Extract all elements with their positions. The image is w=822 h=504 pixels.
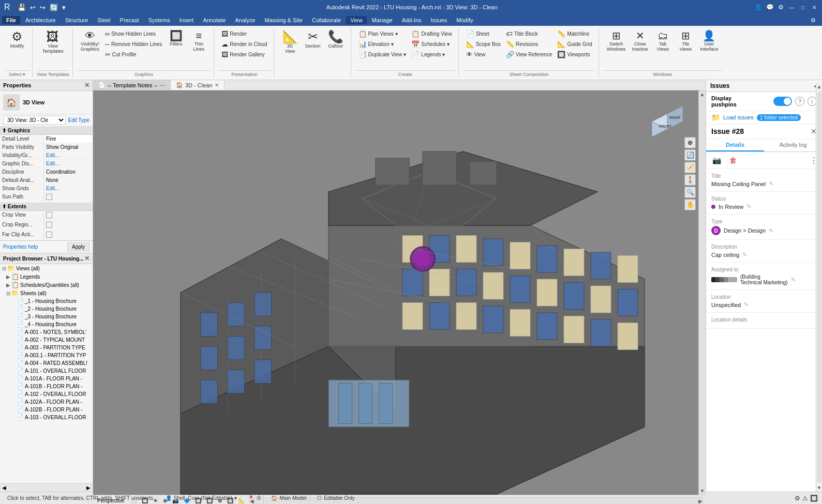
menu-systems[interactable]: Systems — [144, 16, 174, 24]
menu-architecture[interactable]: Architecture — [21, 16, 60, 24]
render-cloud-button[interactable]: ☁ Render in Cloud — [219, 39, 269, 49]
scroll-right-arrow[interactable]: ▶ — [697, 497, 704, 505]
menu-massing[interactable]: Massing & Site — [261, 16, 307, 24]
view-button[interactable]: 👁 View — [464, 50, 503, 59]
status-warnings-icon[interactable]: ⚠ — [802, 495, 808, 502]
tab-views-button[interactable]: 🗂 TabViews — [652, 29, 674, 53]
browser-scroll-right[interactable]: ▶ — [86, 485, 91, 491]
viewports-button[interactable]: 🔲 Viewports — [555, 50, 594, 59]
browser-item-a002[interactable]: ▶ 📄 A-002 - TYPICAL MOUNT — [0, 336, 93, 344]
sun-path-checkbox[interactable] — [46, 194, 52, 200]
filters-button[interactable]: 🔲 Filters — [165, 29, 187, 48]
scroll-down-arrow[interactable]: ▼ — [699, 487, 706, 495]
tab-template-notes-close[interactable]: — — [160, 82, 165, 88]
tab-template-notes[interactable]: 📄 -- Template Notes -- — — [93, 80, 171, 90]
browser-item-a102b[interactable]: ▶ 📄 A-102B - FLOOR PLAN - — [0, 406, 93, 414]
issues-vertical-scrollbar[interactable]: ▲ ▼ — [816, 83, 822, 492]
cut-profile-button[interactable]: ✂ Cut Profile — [103, 50, 165, 59]
viewport-vertical-scrollbar[interactable]: ▲ ▼ — [698, 90, 706, 495]
sheet-button[interactable]: 📄 Sheet — [464, 29, 503, 39]
title-block-button[interactable]: 🏷 Title Block — [504, 29, 554, 39]
revisions-button[interactable]: 📏 Revisions — [504, 39, 554, 49]
load-issues-button[interactable]: Load issues — [723, 114, 754, 120]
maximize-button[interactable]: □ — [799, 4, 806, 11]
browser-item-a101b[interactable]: ▶ 📄 A-101B - FLOOR PLAN - — [0, 383, 93, 390]
menu-collaborate[interactable]: Collaborate — [308, 16, 345, 24]
properties-help-link[interactable]: Properties help — [3, 244, 38, 250]
menu-modify[interactable]: Modify — [452, 16, 477, 24]
browser-scroll-left[interactable]: ◀ — [2, 485, 6, 491]
help-icon[interactable]: ? — [795, 97, 804, 106]
switch-windows-button[interactable]: ⊞ SwitchWindows — [604, 29, 629, 53]
title-edit-icon[interactable]: ✎ — [769, 180, 773, 187]
far-clip-checkbox[interactable] — [46, 232, 52, 238]
menu-precast[interactable]: Precast — [115, 16, 143, 24]
issues-scroll-down[interactable]: ▼ — [816, 484, 822, 492]
status-worksets-icon[interactable]: 🔲 — [810, 495, 818, 502]
menu-issues[interactable]: Issues — [427, 16, 452, 24]
thin-lines-button[interactable]: ≡ ThinLines — [188, 29, 210, 53]
guide-grid-button[interactable]: 📐 Guide Grid — [555, 39, 594, 49]
menu-contextual[interactable]: ⚙ — [806, 16, 820, 25]
browser-item-schedules[interactable]: ▶ 📋 Schedules/Quantities (all) — [0, 281, 93, 289]
schedules-button[interactable]: 📅 Schedules ▾ — [409, 39, 454, 49]
browser-close-button[interactable]: ✕ — [84, 255, 89, 262]
menu-steel[interactable]: Steel — [93, 16, 114, 24]
elevation-button[interactable]: 📊 Elevation ▾ — [356, 39, 409, 49]
crop-region-checkbox[interactable] — [46, 222, 52, 228]
browser-item-a003[interactable]: ▶ 📄 A-003 - PARTITION TYPE — [0, 344, 93, 352]
delete-action-button[interactable]: 🗑 — [727, 154, 739, 166]
menu-view[interactable]: View — [346, 16, 367, 24]
tile-views-button[interactable]: ⊞ TileViews — [675, 29, 696, 53]
section-button[interactable]: ✂ Section — [302, 29, 324, 50]
modify-button[interactable]: ⚙ Modify — [6, 29, 28, 50]
tab-3d-clean-close[interactable]: ✕ — [215, 82, 219, 88]
duplicate-view-button[interactable]: 📑 Duplicate View ▾ — [356, 50, 409, 59]
steering-wheel-button[interactable]: 🔄 — [684, 149, 696, 161]
render-gallery-button[interactable]: 🖼 Render Gallery — [219, 50, 269, 59]
zoom-button[interactable]: 🔍 — [684, 187, 696, 198]
menu-insert[interactable]: Insert — [175, 16, 198, 24]
walk-button[interactable]: 🚶 — [684, 174, 696, 186]
extents-section-header[interactable]: ⬆ Extents — [0, 203, 93, 211]
callout-button[interactable]: 📞 Callout — [325, 29, 347, 50]
drafting-view-button[interactable]: 📋 Drafting View — [409, 29, 454, 39]
browser-item-a001[interactable]: ▶ 📄 A-001 - NOTES, SYMBOL' — [0, 328, 93, 336]
menu-analyze[interactable]: Analyze — [231, 16, 259, 24]
graphics-section-header[interactable]: ⬆ Graphics — [0, 127, 93, 135]
workset-dropdown[interactable]: ▾ — [234, 495, 237, 501]
properties-close-button[interactable]: ✕ — [84, 82, 89, 89]
redo-button[interactable]: ↪ — [39, 3, 47, 12]
menu-addins[interactable]: Add-Ins — [398, 16, 426, 24]
browser-item-a102[interactable]: ▶ 📄 A-102 - OVERALL FLOOR — [0, 390, 93, 398]
remove-hidden-lines-button[interactable]: ─ Remove Hidden Lines — [103, 39, 165, 49]
menu-structure[interactable]: Structure — [61, 16, 93, 24]
description-edit-icon[interactable]: ✎ — [742, 251, 747, 258]
browser-item-a103[interactable]: ▶ 📄 A-103 - OVERALL FLOOR — [0, 414, 93, 421]
viewport-canvas[interactable]: FRONT RIGHT ⊕ 🔄 🧭 🚶 🔍 ✋ — [93, 90, 698, 495]
editable-checkbox[interactable]: ☐ — [317, 495, 322, 501]
minimize-button[interactable]: — — [788, 4, 795, 11]
sync-button[interactable]: 🔄 — [49, 3, 59, 12]
browser-item-a102a[interactable]: ▶ 📄 A-102A - FLOOR PLAN - — [0, 398, 93, 406]
browser-item-sheet-3[interactable]: ▶ 📄 _3 - Housing Brochure — [0, 313, 93, 320]
status-settings-icon[interactable]: ⚙ — [795, 495, 800, 502]
browser-item-sheet-4[interactable]: ▶ 📄 _4 - Housing Brochure — [0, 320, 93, 328]
menu-manage[interactable]: Manage — [368, 16, 397, 24]
type-dropdown[interactable]: 3D View: 3D - Cle — [3, 116, 66, 125]
plan-views-button[interactable]: 📋 Plan Views ▾ — [356, 29, 409, 39]
browser-item-a101[interactable]: ▶ 📄 A-101 - OVERALL FLOOR — [0, 367, 93, 375]
undo-button[interactable]: ↩ — [29, 3, 37, 12]
scroll-up-arrow[interactable]: ▲ — [699, 90, 706, 98]
status-edit-icon[interactable]: ✎ — [746, 203, 751, 210]
crop-view-checkbox[interactable] — [46, 212, 52, 218]
issue-tab-activity[interactable]: Activity log — [764, 139, 822, 151]
browser-item-sheets[interactable]: ⊟ 📁 Sheets (all) — [0, 289, 93, 297]
location-edit-icon[interactable]: ✎ — [744, 301, 749, 308]
zoom-fit-button[interactable]: ⊕ — [684, 137, 696, 148]
show-hidden-lines-button[interactable]: ═ Show Hidden Lines — [103, 29, 165, 39]
issues-scroll-up[interactable]: ▲ — [816, 83, 822, 90]
nav-wheel-button[interactable]: 🧭 — [684, 162, 696, 173]
save-button[interactable]: 💾 — [17, 3, 27, 12]
type-edit-icon[interactable]: ✎ — [769, 227, 773, 234]
